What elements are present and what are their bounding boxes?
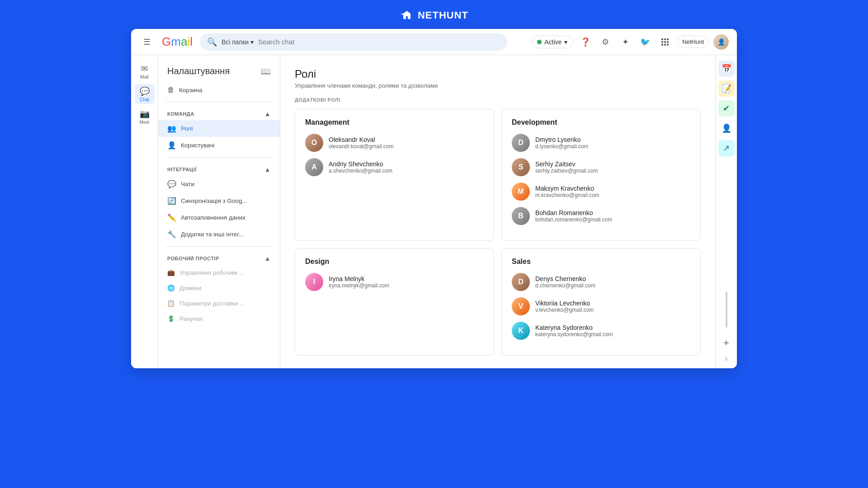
integrations-toggle-icon[interactable]: ▲ xyxy=(264,166,271,173)
gmail-m-icon: Gmail xyxy=(162,35,193,49)
nav-manage-label: Управління робочим ... xyxy=(179,269,244,276)
billing-icon: 💲 xyxy=(167,315,175,322)
nav-item-trash[interactable]: 🗑 Корзина xyxy=(158,82,280,98)
member-info: Andriy Shevchenkoa.shevchenko@gmail.com xyxy=(329,160,392,174)
nav-divider-2 xyxy=(165,157,273,158)
right-icon-note[interactable]: 📝 xyxy=(718,80,735,97)
member-info: Kateryna Sydorenkokateryna.sydorenko@gma… xyxy=(535,324,613,338)
nav-roles-label: Ролі xyxy=(181,125,193,132)
nethunt-logo-icon xyxy=(400,8,414,23)
member-avatar: D xyxy=(512,134,530,152)
autofill-icon: ✏️ xyxy=(167,213,176,222)
right-sidebar: 📅 📝 ✔ 👤 ↗ + › xyxy=(715,55,737,368)
top-bar: NETHUNT xyxy=(0,0,868,29)
member-row[interactable]: IIryna Melnykiryna.melnyk@gmail.com xyxy=(305,273,484,291)
role-title-sales: Sales xyxy=(512,258,690,266)
workspace-section-label: РОБОЧИЙ ПРОСТІР xyxy=(167,256,219,261)
member-avatar: M xyxy=(512,183,530,201)
folder-select-label: Всі папки xyxy=(222,38,249,46)
member-row[interactable]: BBohdan Romanenkobohdan.romanenko@gmail.… xyxy=(512,207,690,225)
member-row[interactable]: SSerhiy Zaitsevserhiy.zaitsev@gmail.com xyxy=(512,158,690,176)
role-title-management: Management xyxy=(305,118,484,127)
hamburger-button[interactable]: ☰ xyxy=(139,34,155,50)
nethunt-icon-button[interactable]: 🐦 xyxy=(637,34,653,50)
user-avatar[interactable]: 👤 xyxy=(713,34,729,50)
team-toggle-icon[interactable]: ▲ xyxy=(264,110,271,117)
nav-item-billing: 💲 Рахунки xyxy=(158,311,280,326)
domains-icon: 🌐 xyxy=(167,284,175,291)
right-icon-task[interactable]: ✔ xyxy=(718,100,735,117)
member-row[interactable]: KKateryna Sydorenkokateryna.sydorenko@gm… xyxy=(512,322,690,340)
nav-item-addons[interactable]: 🔧 Додатки та інші інтег... xyxy=(158,226,280,243)
addons-icon: 🔧 xyxy=(167,230,176,239)
star-button[interactable]: ✦ xyxy=(618,34,633,50)
member-info: Dmytro Lysenkod.lysenko@gmail.com xyxy=(535,136,589,150)
right-icon-export[interactable]: ↗ xyxy=(718,140,735,156)
active-dot-icon xyxy=(537,40,542,44)
member-row[interactable]: DDmytro Lysenkod.lysenko@gmail.com xyxy=(512,134,690,152)
nav-item-domains: 🌐 Домени xyxy=(158,280,280,296)
folder-select[interactable]: Всі папки ▾ xyxy=(222,38,254,46)
member-avatar: A xyxy=(305,158,323,176)
nav-addons-label: Додатки та інші інтег... xyxy=(181,231,244,238)
add-button[interactable]: + xyxy=(718,335,735,351)
member-email: bohdan.romanenko@gmail.com xyxy=(535,216,612,223)
nav-billing-label: Рахунки xyxy=(179,315,202,322)
member-info: Iryna Melnykiryna.melnyk@gmail.com xyxy=(329,275,389,289)
right-icon-person[interactable]: 👤 xyxy=(718,120,735,136)
sidebar-item-meet[interactable]: 📷 Meet xyxy=(135,107,155,127)
member-row[interactable]: VViktoriia Levchenkov.levchenko@gmail.co… xyxy=(512,297,690,315)
sidebar-chat-label: Chat xyxy=(140,97,149,102)
role-title-development: Development xyxy=(512,118,690,127)
member-name: Denys Chernenko xyxy=(535,275,595,282)
member-row[interactable]: DDenys Chernenkod.chernenko@gmail.com xyxy=(512,273,690,291)
sidebar-item-mail[interactable]: ✉ Mail xyxy=(135,61,155,81)
role-card-development: DevelopmentDDmytro Lysenkod.lysenko@gmai… xyxy=(501,109,701,241)
member-email: d.chernenko@gmail.com xyxy=(535,282,595,289)
member-name: Kateryna Sydorenko xyxy=(535,324,613,331)
role-card-design: DesignIIryna Melnykiryna.melnyk@gmail.co… xyxy=(295,248,494,356)
left-sidebar: ✉ Mail 💬 Chat 📷 Meet xyxy=(131,55,158,368)
sidebar-meet-label: Meet xyxy=(139,120,149,125)
member-email: olexandr.koval@gmail.com xyxy=(329,143,394,150)
active-status-badge[interactable]: Active ▾ xyxy=(531,36,573,48)
sidebar-item-chat[interactable]: 💬 Chat xyxy=(135,84,155,104)
sidebar-mail-label: Mail xyxy=(140,75,148,80)
member-email: iryna.melnyk@gmail.com xyxy=(329,282,389,289)
nav-sync-label: Синхронізація з Goog... xyxy=(181,197,247,204)
nav-item-roles[interactable]: 👥 Ролі xyxy=(158,120,280,137)
nav-divider-1 xyxy=(165,102,273,102)
nav-users-label: Користувачі xyxy=(181,142,215,149)
main-content: Ролі Управління членами команди, ролями … xyxy=(280,55,715,368)
member-email: d.lysenko@gmail.com xyxy=(535,143,589,150)
active-label: Active xyxy=(544,38,561,46)
nav-item-chats[interactable]: 💬 Чати xyxy=(158,176,280,192)
scroll-indicator xyxy=(726,291,727,328)
member-row[interactable]: MMaksym Kravchenkom.kravchenko@gmail.com xyxy=(512,183,690,201)
member-row[interactable]: OOleksandr Kovalolexandr.koval@gmail.com xyxy=(305,134,484,152)
nav-item-users[interactable]: 👤 Користувачі xyxy=(158,137,280,154)
roles-grid: ManagementOOleksandr Kovalolexandr.koval… xyxy=(295,109,701,356)
nethunt-logo-text: NETHUNT xyxy=(418,9,468,21)
chats-icon: 💬 xyxy=(167,180,176,188)
right-arrow-icon[interactable]: › xyxy=(725,355,727,363)
settings-button[interactable]: ⚙ xyxy=(598,34,613,50)
nethunt-user-button[interactable]: NetHunt xyxy=(677,36,709,48)
help-button[interactable]: ❓ xyxy=(578,34,593,50)
member-email: v.levchenko@gmail.com xyxy=(535,307,594,313)
window-body: ✉ Mail 💬 Chat 📷 Meet Налаштування 📖 🗑 Ко… xyxy=(131,55,737,368)
nav-item-autofill[interactable]: ✏️ Автозаповнення даних xyxy=(158,209,280,226)
member-info: Bohdan Romanenkobohdan.romanenko@gmail.c… xyxy=(535,209,612,223)
member-email: serhiy.zaitsev@gmail.com xyxy=(535,168,598,174)
nav-trash-label: Корзина xyxy=(179,87,202,94)
nav-item-sync[interactable]: 🔄 Синхронізація з Goog... xyxy=(158,192,280,209)
apps-button[interactable] xyxy=(657,34,673,50)
workspace-toggle-icon[interactable]: ▲ xyxy=(264,255,271,262)
member-row[interactable]: AAndriy Shevchenkoa.shevchenko@gmail.com xyxy=(305,158,484,176)
right-icon-calendar[interactable]: 📅 xyxy=(718,61,735,77)
search-input[interactable] xyxy=(258,38,500,46)
member-avatar: S xyxy=(512,158,530,176)
member-info: Viktoriia Levchenkov.levchenko@gmail.com xyxy=(535,300,594,313)
member-info: Maksym Kravchenkom.kravchenko@gmail.com xyxy=(535,185,599,198)
users-icon: 👤 xyxy=(167,141,176,150)
